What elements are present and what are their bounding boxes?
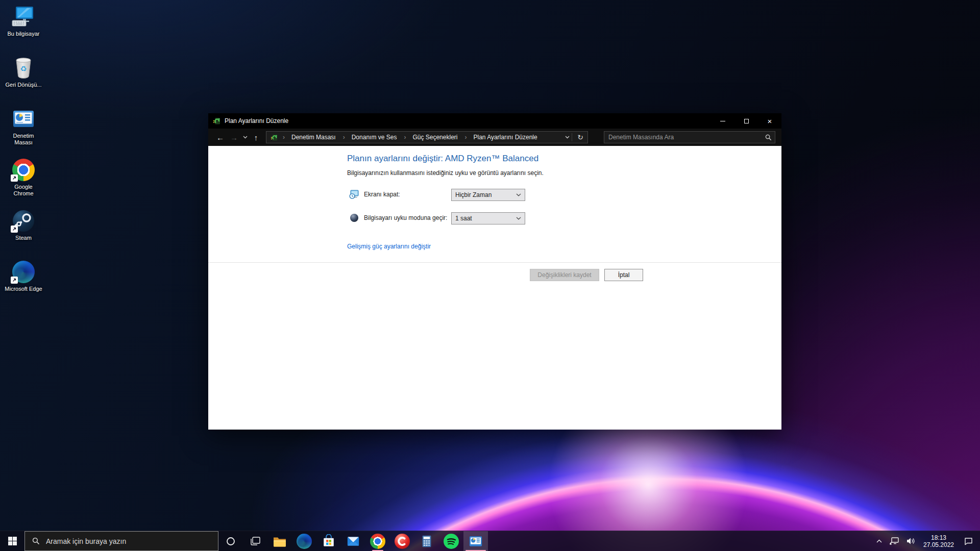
action-center-button[interactable] — [959, 531, 978, 551]
breadcrumb-power-options[interactable]: Güç Seçenekleri — [400, 134, 461, 141]
setting-label: Bilgisayarı uyku moduna geçir: — [364, 214, 447, 221]
chevron-up-icon — [876, 539, 882, 543]
control-panel-icon — [469, 534, 483, 548]
desktop-icon-control-panel[interactable]: Denetim Masası — [2, 103, 45, 154]
sleep-select[interactable]: 1 saat — [451, 212, 525, 224]
network-tray-button[interactable] — [886, 531, 902, 551]
shortcut-arrow-icon — [11, 277, 18, 284]
control-panel-button[interactable] — [463, 531, 488, 551]
store-icon — [322, 534, 336, 548]
recent-pages-button[interactable] — [241, 136, 249, 139]
back-button[interactable]: ← — [213, 133, 227, 142]
file-explorer-button[interactable] — [267, 531, 292, 551]
start-button[interactable] — [0, 531, 24, 551]
minimize-button[interactable] — [711, 113, 734, 129]
breadcrumb-control-panel[interactable]: Denetim Masası — [279, 134, 339, 141]
page-subtitle: Bilgisayarınızın kullanmasını istediğini… — [347, 169, 544, 177]
sleep-icon — [349, 213, 359, 223]
turn-off-display-row: Ekranı kapat: — [349, 189, 400, 199]
chrome-icon — [11, 158, 36, 182]
close-icon: × — [768, 117, 772, 126]
shortcut-arrow-icon — [11, 174, 18, 182]
desktop-icon-label: Steam — [4, 235, 43, 241]
search-input[interactable] — [608, 134, 765, 141]
network-icon — [890, 537, 899, 545]
chrome-icon — [370, 534, 385, 549]
chevron-down-icon — [516, 193, 521, 196]
desktop-icon-google-chrome[interactable]: Google Chrome — [2, 154, 45, 205]
this-pc-icon — [11, 5, 36, 29]
spotify-button[interactable] — [439, 531, 463, 551]
desktop-icon-label: Geri Dönüşü... — [4, 82, 43, 88]
save-changes-button[interactable]: Değişiklikleri kaydet — [530, 269, 599, 281]
selected-value: Hiçbir Zaman — [455, 191, 492, 198]
clock-time: 18:13 — [919, 534, 959, 541]
power-plan-icon-small — [271, 134, 278, 141]
maximize-button[interactable] — [734, 113, 758, 129]
ccleaner-button[interactable] — [390, 531, 414, 551]
titlebar[interactable]: Plan Ayarlarını Düzenle × — [208, 113, 781, 129]
mail-button[interactable] — [341, 531, 365, 551]
desktop-icon-recycle-bin[interactable]: ♻ Geri Dönüşü... — [2, 52, 45, 103]
divider — [572, 133, 572, 141]
back-icon: ← — [216, 133, 224, 142]
edge-button[interactable] — [292, 531, 316, 551]
control-panel-searchbox[interactable] — [604, 131, 775, 143]
volume-tray-button[interactable] — [902, 531, 919, 551]
task-view-icon — [251, 537, 260, 545]
control-panel-icon — [11, 107, 36, 131]
chrome-button[interactable] — [365, 531, 390, 551]
desktop-icon-steam[interactable]: Steam — [2, 205, 45, 256]
desktop-icon-label: Google Chrome — [4, 184, 43, 197]
recycle-bin-icon: ♻ — [11, 56, 36, 80]
minimize-icon — [720, 121, 725, 121]
tray-overflow-button[interactable] — [872, 531, 886, 551]
desktop-icon-label: Denetim Masası — [4, 133, 43, 146]
up-button[interactable]: ↑ — [249, 133, 263, 142]
forward-icon: → — [230, 133, 238, 142]
sleep-row: Bilgisayarı uyku moduna geçir: — [349, 213, 447, 223]
advanced-power-settings-link[interactable]: Gelişmiş güç ayarlarını değiştir — [347, 243, 431, 250]
address-dropdown-icon[interactable] — [565, 136, 570, 139]
divider — [208, 262, 781, 263]
navigation-bar: ← → ↑ Denetim Masası Donanım ve Ses — [208, 129, 781, 146]
task-view-button[interactable] — [243, 531, 267, 551]
desktop-icon-list: Bu bilgisayar ♻ Geri Dönüşü... — [2, 1, 45, 307]
svg-text:♻: ♻ — [20, 64, 27, 73]
search-icon — [32, 537, 40, 545]
taskbar-search-input[interactable] — [46, 537, 213, 545]
turn-off-display-select[interactable]: Hiçbir Zaman — [451, 189, 525, 201]
page-title: Planın ayarlarını değiştir: AMD Ryzen™ B… — [347, 154, 538, 164]
setting-label: Ekranı kapat: — [364, 191, 400, 198]
chevron-down-icon — [243, 136, 248, 139]
calculator-icon — [420, 534, 434, 548]
breadcrumb-hardware-sound[interactable]: Donanım ve Ses — [339, 134, 401, 141]
forward-button[interactable]: → — [227, 133, 241, 142]
desktop-icon-label: Bu bilgisayar — [4, 31, 43, 37]
desktop-icon-microsoft-edge[interactable]: Microsoft Edge — [2, 256, 45, 307]
chevron-down-icon — [516, 217, 521, 220]
window-content: Planın ayarlarını değiştir: AMD Ryzen™ B… — [208, 146, 781, 430]
close-button[interactable]: × — [758, 113, 781, 129]
ccleaner-icon — [395, 534, 410, 549]
taskbar-clock[interactable]: 18:13 27.05.2022 — [919, 534, 959, 548]
desktop-icon-label: Microsoft Edge — [4, 286, 43, 292]
file-explorer-icon — [272, 534, 287, 549]
taskbar: 18:13 27.05.2022 — [0, 531, 980, 551]
system-tray: 18:13 27.05.2022 — [872, 531, 980, 551]
steam-icon — [11, 209, 36, 233]
cancel-button[interactable]: İptal — [604, 269, 643, 281]
display-power-icon — [349, 189, 359, 199]
edge-icon — [297, 534, 312, 549]
desktop-icon-this-pc[interactable]: Bu bilgisayar — [2, 1, 45, 52]
address-bar[interactable]: Denetim Masası Donanım ve Ses Güç Seçene… — [266, 131, 588, 143]
calculator-button[interactable] — [414, 531, 439, 551]
microsoft-store-button[interactable] — [316, 531, 341, 551]
refresh-button[interactable]: ↻ — [574, 133, 586, 141]
breadcrumb-edit-plan-settings[interactable]: Plan Ayarlarını Düzenle — [461, 134, 541, 141]
mail-icon — [346, 534, 360, 548]
windows-logo-icon — [8, 537, 17, 545]
taskbar-searchbox[interactable] — [24, 531, 218, 551]
cortana-button[interactable] — [218, 531, 243, 551]
speaker-icon — [906, 537, 915, 545]
